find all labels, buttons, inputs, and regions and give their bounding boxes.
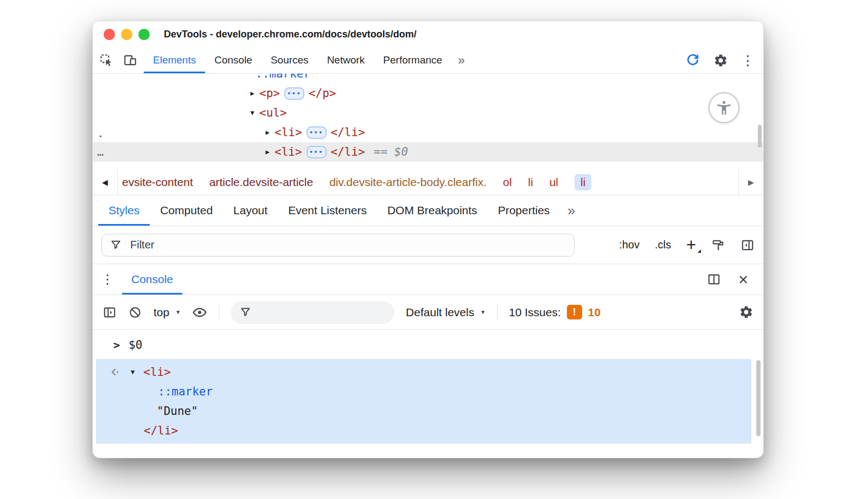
collapsed-content-icon[interactable]: ••• bbox=[307, 146, 327, 158]
breadcrumb-scroll-left-icon[interactable]: ◀ bbox=[93, 169, 118, 195]
tag-open: <li> bbox=[275, 145, 302, 158]
tag-close: </li> bbox=[331, 126, 365, 139]
console-drawer-header: ⋮ Console × bbox=[93, 264, 763, 295]
chevron-down-icon: ▼ bbox=[175, 309, 181, 315]
toolbar-divider bbox=[497, 304, 497, 321]
tab-dom-breakpoints[interactable]: DOM Breakpoints bbox=[377, 195, 488, 226]
tree-row-ul[interactable]: ▼ <ul> bbox=[93, 103, 763, 123]
breadcrumb-scroll-right-icon[interactable]: ▶ bbox=[738, 169, 763, 195]
minimize-window-button[interactable] bbox=[121, 29, 132, 40]
drawer-tab-console[interactable]: Console bbox=[122, 264, 182, 295]
console-filter-box[interactable] bbox=[231, 301, 394, 324]
tab-layout[interactable]: Layout bbox=[223, 195, 278, 226]
drawer-header-right: × bbox=[707, 264, 763, 295]
console-result-highlighted[interactable]: ▼ <li> ::marker "Dune" </li> bbox=[96, 359, 751, 444]
tab-console[interactable]: Console bbox=[205, 47, 261, 73]
expand-arrow-icon[interactable]: ▶ bbox=[260, 129, 275, 136]
toggle-sidebar-icon[interactable] bbox=[741, 238, 755, 252]
close-window-button[interactable] bbox=[104, 29, 115, 40]
selected-node-annotation: == $0 bbox=[374, 145, 408, 158]
more-styles-tabs-icon[interactable]: » bbox=[560, 195, 583, 226]
tab-network[interactable]: Network bbox=[318, 47, 374, 73]
breadcrumb-item-div[interactable]: div.devsite-article-body.clearfix. bbox=[329, 176, 487, 189]
fullscreen-window-button[interactable] bbox=[138, 29, 150, 40]
console-sidebar-icon[interactable] bbox=[103, 305, 117, 319]
console-filter-input[interactable] bbox=[258, 305, 386, 319]
result-open-tag: <li> bbox=[143, 366, 171, 379]
paint-roller-icon[interactable] bbox=[711, 238, 725, 252]
close-drawer-icon[interactable]: × bbox=[738, 271, 748, 288]
toolbar-right-icons: ⋮ bbox=[685, 47, 755, 73]
toolbar-left-icons bbox=[99, 47, 144, 73]
toggle-class-button[interactable]: .cls bbox=[655, 239, 671, 251]
styles-filter-input[interactable] bbox=[129, 238, 566, 252]
styles-sidebar-tabs: Styles Computed Layout Event Listeners D… bbox=[93, 195, 763, 226]
console-output: > $0 ▼ <li> ::marker "Dune" </li> bbox=[93, 330, 763, 458]
window-title: DevTools - developer.chrome.com/docs/dev… bbox=[164, 29, 417, 40]
tab-elements[interactable]: Elements bbox=[144, 47, 205, 73]
breadcrumb-item-devsite-content[interactable]: evsite-content bbox=[122, 176, 193, 189]
breadcrumb-item-ul[interactable]: ul bbox=[550, 176, 558, 189]
tab-sources[interactable]: Sources bbox=[261, 47, 318, 73]
console-scrollbar-thumb[interactable] bbox=[756, 360, 761, 436]
traffic-lights bbox=[104, 29, 150, 40]
more-options-kebab-icon[interactable]: ⋮ bbox=[741, 54, 755, 67]
new-style-rule-button[interactable]: +◢ bbox=[686, 236, 696, 253]
styles-toolbar-right: :hov .cls +◢ bbox=[619, 236, 755, 253]
result-close-tag: </li> bbox=[144, 424, 178, 437]
collapse-arrow-icon[interactable]: ▼ bbox=[245, 109, 259, 117]
console-toolbar: top ▼ Default levels ▼ 10 Issues: ! 10 bbox=[93, 295, 763, 330]
console-settings-gear-icon[interactable] bbox=[739, 305, 754, 319]
tag-close: </p> bbox=[309, 87, 336, 100]
result-pseudo-element[interactable]: ::marker bbox=[158, 385, 213, 398]
elements-tree-panel: ::marker ▶ <p> ••• </p> ▼ <ul> ▶ <li> ••… bbox=[93, 74, 763, 169]
new-rule-caret-icon: ◢ bbox=[698, 249, 701, 253]
issue-warning-icon: ! bbox=[567, 305, 582, 319]
dom-scrollbar-thumb[interactable] bbox=[758, 125, 762, 148]
collapsed-content-icon[interactable]: ••• bbox=[307, 126, 327, 139]
filter-funnel-icon bbox=[239, 306, 252, 318]
settings-gear-icon[interactable] bbox=[713, 53, 728, 68]
tab-performance[interactable]: Performance bbox=[374, 47, 451, 73]
inspect-element-icon[interactable] bbox=[99, 53, 113, 67]
console-prompt-icon: > bbox=[113, 338, 120, 351]
log-levels-dropdown[interactable]: Default levels ▼ bbox=[406, 306, 486, 319]
drawer-menu-kebab-icon[interactable]: ⋮ bbox=[93, 264, 122, 295]
refresh-devtools-icon[interactable] bbox=[685, 53, 700, 68]
split-panel-icon[interactable] bbox=[707, 272, 721, 286]
styles-toolbar: :hov .cls +◢ bbox=[93, 226, 763, 264]
breadcrumb-item-li[interactable]: li bbox=[528, 176, 533, 189]
issues-counter[interactable]: 10 Issues: ! 10 bbox=[509, 305, 601, 319]
devtools-window: DevTools - developer.chrome.com/docs/dev… bbox=[92, 21, 764, 458]
collapsed-content-icon[interactable]: ••• bbox=[284, 87, 304, 100]
breadcrumb-item-article[interactable]: article.devsite-article bbox=[209, 176, 313, 189]
accessibility-overlay-button[interactable] bbox=[709, 92, 739, 123]
expand-arrow-icon[interactable]: ▶ bbox=[245, 89, 259, 97]
tree-row-p[interactable]: ▶ <p> ••• </p> bbox=[93, 84, 763, 103]
tab-event-listeners[interactable]: Event Listeners bbox=[278, 195, 377, 226]
tree-row-marker-clipped[interactable]: ::marker bbox=[93, 74, 763, 84]
gutter-dot: . bbox=[97, 124, 104, 143]
live-expression-eye-icon[interactable] bbox=[192, 305, 207, 320]
breadcrumb-item-li-selected[interactable]: li bbox=[575, 174, 591, 190]
panel-tabs: Elements Console Sources Network Perform… bbox=[144, 47, 471, 73]
tree-row-li-1[interactable]: ▶ <li> ••• </li> bbox=[93, 123, 763, 142]
clear-console-icon[interactable] bbox=[128, 305, 142, 319]
device-toolbar-icon[interactable] bbox=[123, 53, 137, 67]
context-selector-dropdown[interactable]: top ▼ bbox=[154, 306, 181, 319]
expand-arrow-icon[interactable]: ▶ bbox=[260, 148, 275, 156]
issues-count: 10 bbox=[588, 306, 601, 319]
result-text-node[interactable]: "Dune" bbox=[157, 405, 198, 418]
tag-close: </li> bbox=[331, 145, 365, 158]
tab-properties[interactable]: Properties bbox=[488, 195, 560, 226]
styles-filter-box[interactable] bbox=[101, 234, 575, 257]
tab-computed[interactable]: Computed bbox=[150, 195, 223, 226]
tab-styles[interactable]: Styles bbox=[98, 195, 150, 226]
tree-row-li-selected[interactable]: … ▶ <li> ••• </li> == $0 bbox=[93, 142, 763, 162]
toggle-hover-state-button[interactable]: :hov bbox=[619, 239, 640, 251]
more-panels-icon[interactable]: » bbox=[451, 47, 471, 73]
breadcrumb-item-ol[interactable]: ol bbox=[503, 176, 512, 189]
collapse-arrow-icon[interactable]: ▼ bbox=[131, 368, 135, 376]
titlebar: DevTools - developer.chrome.com/docs/dev… bbox=[93, 21, 763, 47]
console-command-row[interactable]: > $0 bbox=[93, 335, 763, 355]
